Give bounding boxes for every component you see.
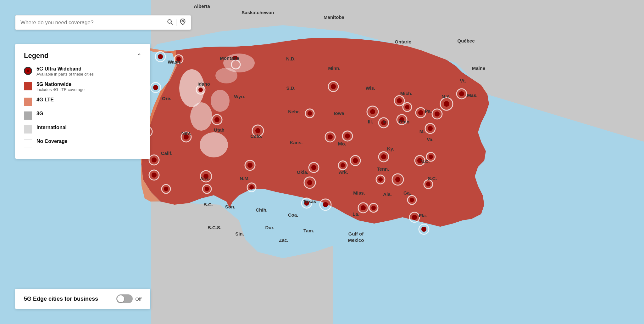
svg-point-54: [381, 154, 386, 159]
svg-point-30: [247, 163, 253, 168]
svg-point-82: [405, 105, 409, 109]
svg-point-94: [176, 57, 181, 61]
svg-point-4: [211, 90, 230, 112]
svg-point-88: [341, 163, 345, 168]
svg-point-22: [255, 128, 260, 133]
legend-item-uwb: 5G Ultra Wideband Available in parts of …: [24, 66, 142, 77]
legend-title: Legend: [24, 52, 48, 60]
svg-point-62: [418, 110, 423, 115]
svg-point-52: [381, 120, 386, 125]
svg-point-96: [429, 155, 433, 159]
svg-point-100: [371, 206, 376, 210]
international-icon: [24, 125, 32, 134]
legend-item-4g-lte: 4G LTE: [24, 97, 142, 106]
svg-point-32: [249, 185, 254, 190]
edge-panel: 5G Edge cities for business Off: [15, 289, 150, 309]
svg-point-26: [198, 88, 203, 92]
svg-point-70: [459, 91, 464, 96]
5g-nationwide-icon: [24, 82, 32, 90]
legend-item-3g: 3G: [24, 111, 142, 120]
svg-point-84: [308, 111, 312, 116]
svg-point-50: [370, 109, 375, 114]
search-bar[interactable]: [15, 15, 191, 30]
toggle-thumb: [117, 295, 124, 302]
svg-point-16: [152, 173, 157, 178]
4g-lte-label: 4G LTE: [36, 97, 54, 103]
svg-point-8: [158, 54, 163, 59]
svg-point-161: [182, 20, 184, 22]
svg-point-64: [428, 126, 433, 131]
svg-point-28: [184, 134, 189, 139]
svg-point-76: [410, 198, 414, 202]
svg-point-36: [323, 202, 328, 207]
5g-nationwide-label: 5G Nationwide: [36, 82, 85, 87]
svg-point-48: [361, 205, 366, 210]
svg-point-40: [331, 84, 336, 89]
svg-point-2: [190, 102, 212, 131]
uwb-icon: [24, 67, 32, 75]
4g-lte-icon: [24, 98, 32, 106]
location-button[interactable]: [180, 19, 186, 26]
svg-point-66: [435, 111, 440, 117]
uwb-sublabel: Available in parts of these cities: [36, 72, 94, 77]
svg-point-74: [412, 215, 417, 220]
legend-item-international: International: [24, 125, 142, 134]
svg-point-72: [421, 227, 426, 232]
svg-point-3: [200, 132, 228, 157]
toggle-container[interactable]: Off: [116, 294, 142, 303]
svg-point-24: [214, 117, 219, 122]
svg-point-42: [328, 134, 333, 139]
search-input[interactable]: [20, 20, 164, 26]
legend-header: Legend ⌃: [24, 52, 142, 60]
3g-icon: [24, 111, 32, 120]
no-coverage-icon: [24, 139, 32, 147]
edge-label: 5G Edge cities for business: [24, 296, 98, 302]
legend-item-no-coverage: No Coverage: [24, 139, 142, 147]
international-label: International: [36, 125, 67, 130]
svg-point-38: [304, 201, 309, 206]
search-button[interactable]: [167, 19, 173, 26]
no-coverage-label: No Coverage: [36, 139, 68, 144]
svg-point-56: [395, 177, 400, 182]
svg-point-98: [164, 187, 168, 191]
svg-line-160: [171, 23, 172, 24]
svg-point-159: [168, 20, 171, 23]
legend-item-5g-nationwide: 5G Nationwide Includes 4G LTE coverage: [24, 82, 142, 92]
svg-point-90: [378, 177, 383, 182]
svg-point-78: [426, 182, 430, 186]
3g-label: 3G: [36, 111, 43, 117]
toggle-switch[interactable]: [116, 294, 133, 303]
legend-panel: Legend ⌃ 5G Ultra Wideband Available in …: [15, 44, 150, 159]
legend-collapse-button[interactable]: ⌃: [137, 52, 142, 59]
svg-point-10: [153, 85, 158, 90]
svg-point-34: [307, 180, 312, 185]
svg-point-20: [205, 187, 209, 191]
svg-point-14: [152, 157, 157, 162]
svg-point-46: [353, 158, 358, 163]
svg-point-60: [399, 117, 404, 122]
toggle-state-label: Off: [135, 296, 142, 302]
search-divider: [176, 19, 177, 26]
svg-point-68: [444, 101, 449, 107]
5g-nationwide-sublabel: Includes 4G LTE coverage: [36, 87, 85, 92]
svg-point-86: [311, 165, 316, 170]
svg-point-80: [397, 98, 402, 103]
uwb-label: 5G Ultra Wideband: [36, 66, 94, 72]
svg-point-44: [345, 134, 350, 139]
svg-point-58: [417, 158, 422, 163]
svg-point-6: [215, 68, 237, 83]
svg-point-18: [203, 174, 208, 179]
